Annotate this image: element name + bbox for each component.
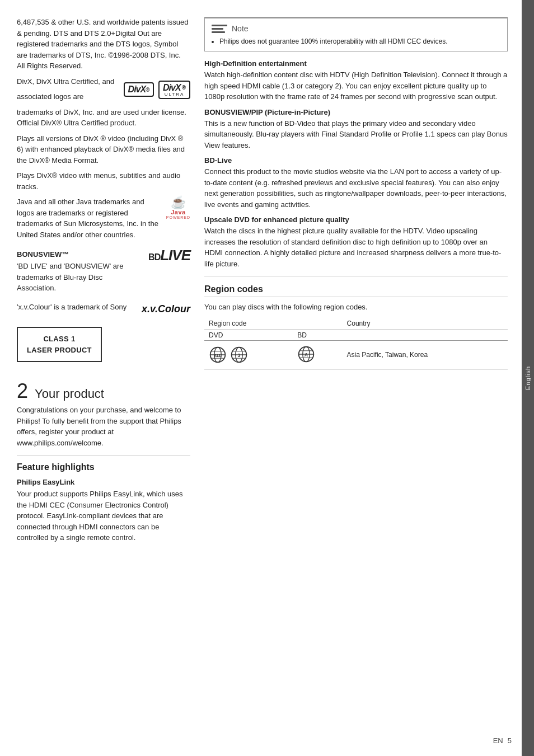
note-item1: Philips does not guarantee 100% interope… — [219, 37, 500, 45]
divider-feature — [17, 455, 190, 456]
bd-a-globe-icon: A — [297, 345, 315, 363]
divx-ultra-logo: DivX® ULTRA — [158, 81, 190, 99]
xvcolour-section: 'x.v.Colour' is a trademark of Sony x.v.… — [17, 302, 190, 317]
feature-heading: Feature highlights — [17, 462, 190, 472]
upscale-heading: Upscale DVD for enhanced picture quality — [204, 215, 508, 224]
xvcolour-text: 'x.v.Colour' is a trademark of Sony — [17, 302, 136, 313]
region-intro: You can play discs with the following re… — [204, 302, 508, 313]
divider-region — [204, 276, 508, 276]
java-text: Java and all other Java trademarks and l… — [17, 196, 190, 240]
bdlive-heading: BD-Live — [204, 156, 508, 165]
region-table: Region code Country DVD BD — [204, 317, 508, 370]
divx-logo: DivX® — [124, 82, 154, 97]
section2-title: Your product — [35, 387, 104, 401]
divx-para1: Plays all versions of DivX ® video (incl… — [17, 133, 190, 166]
divx-logos: DivX® DivX® ULTRA — [124, 81, 190, 99]
col-bd: BD — [293, 330, 342, 340]
note-title: Note — [232, 24, 249, 33]
section2-intro: Congratulations on your purchase, and we… — [17, 405, 190, 448]
upscale-text: Watch the discs in the highest picture q… — [204, 226, 508, 269]
bonusview-pip-heading: BONUSVIEW/PIP (Picture-in-Picture) — [204, 108, 508, 116]
java-logo: ☕ Java POWERED — [166, 196, 190, 219]
laser-product-box: CLASS 1 LASER PRODUCT — [17, 327, 102, 362]
region-country: Asia Pacific, Taiwan, Korea — [343, 340, 508, 369]
page-footer: EN 5 — [493, 736, 512, 745]
easylink-text: Your product supports Philips EasyLink, … — [17, 489, 190, 543]
section2-heading: 2 Your product — [17, 381, 190, 401]
note-icon — [212, 23, 227, 34]
laser-text-line2: LASER PRODUCT — [27, 345, 92, 356]
svg-text:3: 3 — [238, 353, 241, 358]
bonusview-section: BONUSVIEW™ 'BD LIVE' and 'BONUSVIEW' are… — [17, 245, 190, 298]
bonusview-heading: BONUSVIEW™ — [17, 250, 143, 259]
divx-section: DivX® DivX® ULTRA DivX, DivX Ultra Certi… — [17, 76, 190, 197]
dvd-3-globe-icon: 3 — [230, 346, 248, 364]
footer-page: 5 — [508, 736, 512, 745]
dvd-region-icons: ALL 3 — [204, 340, 293, 369]
hd-heading: High-Definition entertainment — [204, 59, 508, 68]
col-country: Country — [343, 317, 508, 330]
xvcolour-logo: x.v.Colour — [142, 303, 190, 315]
bd-region-icon: A — [293, 340, 342, 369]
language-tab: English — [522, 0, 534, 756]
note-box: Note Philips does not guarantee 100% int… — [204, 17, 508, 51]
language-tab-text: English — [524, 366, 531, 390]
hd-text: Watch high-definition content disc with … — [204, 69, 508, 102]
bonusview-pip-text: This is a new function of BD-Video that … — [204, 118, 508, 151]
dvd-all-globe-icon: ALL — [209, 346, 227, 364]
easylink-heading: Philips EasyLink — [17, 478, 190, 486]
bdlive-logo: BD LIVE — [148, 247, 190, 264]
footer-label: EN — [493, 736, 503, 745]
col-region: Region code — [204, 317, 343, 330]
intro-paragraph: 6,487,535 & other U.S. and worldwide pat… — [17, 17, 190, 72]
note-content: Philips does not guarantee 100% interope… — [212, 37, 500, 45]
bonusview-text: 'BD LIVE' and 'BONUSVIEW' are trademarks… — [17, 261, 143, 294]
col-dvd: DVD — [204, 330, 293, 340]
svg-text:ALL: ALL — [214, 354, 222, 358]
divx-line3: trademarks of DivX, Inc. and are used un… — [17, 107, 190, 129]
java-cup-icon: ☕ — [171, 196, 186, 209]
section2-number: 2 — [17, 381, 28, 401]
java-section: ☕ Java POWERED Java and all other Java t… — [17, 196, 190, 245]
region-heading: Region codes — [204, 284, 508, 297]
table-row: ALL 3 — [204, 340, 508, 369]
divx-para2: Plays DivX® video with menus, subtitles … — [17, 170, 190, 192]
laser-text-line1: CLASS 1 — [27, 334, 92, 345]
svg-text:A: A — [305, 351, 308, 357]
bdlive-text: Connect this product to the movie studio… — [204, 166, 508, 210]
